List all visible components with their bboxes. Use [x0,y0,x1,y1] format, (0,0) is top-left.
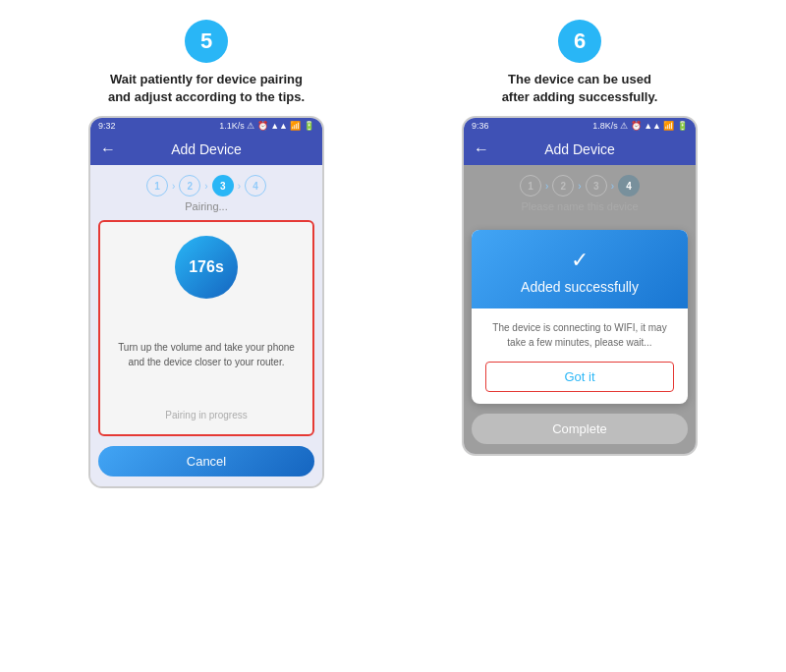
success-title: Added successfully [521,279,639,295]
please-name-label: Please name this device [521,200,638,212]
complete-button[interactable]: Complete [472,414,688,444]
phone-step6: 9:36 1.8K/s ⚠ ⏰ ▲▲ 📶 🔋 ← Add Device 1 › … [462,116,698,456]
status-icons-5: 1.1K/s ⚠ ⏰ ▲▲ 📶 🔋 [219,121,314,131]
timer-value: 176s [189,258,224,276]
time-5: 9:32 [98,121,116,131]
back-arrow-6[interactable]: ← [474,140,489,158]
step-dot-6-3: 3 [586,175,607,196]
step-indicators-5: 1 › 2 › 3 › 4 [146,175,266,196]
arrow-6-1: › [545,181,548,192]
step-dot-4: 4 [245,175,266,196]
pairing-label: Pairing... [185,200,227,212]
status-bar-6: 9:36 1.8K/s ⚠ ⏰ ▲▲ 📶 🔋 [464,118,696,134]
arrow-1: › [172,181,175,192]
step-dot-6-4: 4 [618,175,640,196]
panel-step5: 5 Wait patiently for device pairingand a… [29,20,383,488]
header-title-6: Add Device [544,141,615,157]
phone-header-6: ← Add Device [464,134,696,165]
got-it-button[interactable]: Got it [485,362,674,392]
arrow-2: › [204,181,207,192]
timer-circle: 176s [175,236,238,299]
header-title-5: Add Device [171,141,242,157]
success-card-header: ✓ Added successfully [472,230,688,308]
pairing-box: 176s Turn up the volume and take your ph… [98,220,314,436]
step5-description: Wait patiently for device pairingand adj… [108,71,305,106]
step5-number: 5 [200,28,212,54]
phone-step5: 9:32 1.1K/s ⚠ ⏰ ▲▲ 📶 🔋 ← Add Device 1 › … [88,116,324,488]
step-indicators-6: 1 › 2 › 3 › 4 [520,175,640,196]
success-card-body: The device is connecting to WIFI, it may… [472,308,688,404]
arrow-6-3: › [611,181,614,192]
time-6: 9:36 [472,121,489,131]
pairing-instruction: Turn up the volume and take your phone a… [110,340,303,369]
cancel-button[interactable]: Cancel [98,446,314,476]
step6-circle: 6 [558,20,601,63]
step-dot-2: 2 [179,175,200,196]
step5-circle: 5 [185,20,228,63]
step-dot-6-2: 2 [552,175,574,196]
step-dot-1: 1 [146,175,168,196]
panel-step6: 6 The device can be usedafter adding suc… [403,20,757,456]
step6-number: 6 [574,28,586,54]
pairing-progress: Pairing in progress [165,410,247,420]
checkmark-icon: ✓ [571,248,589,273]
back-arrow-5[interactable]: ← [100,140,116,158]
status-bar-5: 9:32 1.1K/s ⚠ ⏰ ▲▲ 📶 🔋 [90,118,322,134]
step-dot-3: 3 [212,175,234,196]
step6-description: The device can be usedafter adding succe… [502,71,658,106]
phone-header-5: ← Add Device [90,134,322,165]
step-dot-6-1: 1 [520,175,541,196]
phone-body-5: 1 › 2 › 3 › 4 Pairing... 176s Turn up th… [90,165,322,486]
status-icons-6: 1.8K/s ⚠ ⏰ ▲▲ 📶 🔋 [592,121,688,131]
success-description: The device is connecting to WIFI, it may… [485,320,674,350]
success-card: ✓ Added successfully The device is conne… [472,230,688,404]
arrow-3: › [238,181,241,192]
arrow-6-2: › [578,181,581,192]
phone-body-6: 1 › 2 › 3 › 4 Please name this device ✓ … [464,165,696,454]
